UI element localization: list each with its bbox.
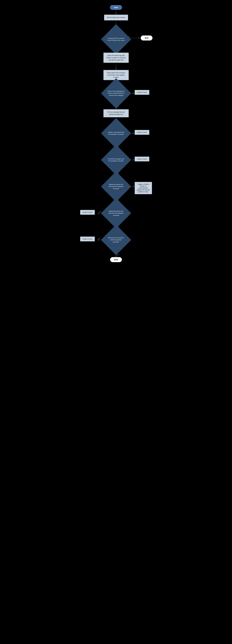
create-issue-4-label: create a issue	[82, 212, 92, 213]
svg-text:Yes: Yes	[117, 254, 119, 256]
flowchart: Yes No No Yes No Yes No Yes Yes No	[78, 3, 155, 642]
get-npm-node: Get the latest npm version	[104, 15, 128, 20]
create-issue-4: create a issue	[80, 210, 95, 215]
create-issue-1-label: create a issue	[137, 92, 147, 93]
select-tag-label: Select the latest tag with version numbe…	[106, 54, 126, 61]
remove-branch-diamond: Remove the new branch and the operation …	[106, 229, 127, 250]
parse-patch-label: Parse patch and compare tonconnect react…	[106, 72, 126, 78]
create-issue-3: create a issue	[135, 156, 149, 162]
commit-changes-diamond: Commit the changes and the operation suc…	[106, 149, 127, 170]
create-issue-5-label: create a issue	[82, 238, 92, 240]
create-issue-2: create a issue	[135, 130, 149, 135]
end-bottom-node: End	[108, 257, 124, 262]
end-top-node: End	[140, 35, 153, 41]
create-issue-2-label: create a issue	[137, 132, 147, 133]
merge-main1-diamond: Merge the branch into main and the opera…	[106, 176, 127, 197]
end-top-label: End	[141, 36, 152, 40]
trigger-github-label: Trigger a Github action to automatically…	[137, 184, 150, 193]
create-branch-diamond: Create a new branch and the operation su…	[106, 122, 127, 144]
create-issue-1: create a issue	[135, 90, 149, 95]
end-bottom-label: End	[110, 257, 122, 262]
select-tag-node: Select the latest tag with version numbe…	[104, 53, 129, 63]
create-issue-3-label: create a issue	[137, 158, 147, 160]
create-issue-5: create a issue	[80, 236, 95, 241]
start-node: Start	[108, 5, 124, 10]
svg-text:No: No	[98, 238, 100, 239]
pull-package-label: Pull our package file and update package…	[106, 111, 126, 116]
check-only-diamond: check if only package.json version and t…	[106, 83, 127, 104]
svg-text:No: No	[100, 211, 101, 212]
merge-main2-diamond: Merge the branch into main and the opera…	[106, 202, 127, 224]
pull-package-node: Pull our package file and update package…	[104, 109, 129, 117]
trigger-github-node: Trigger a Github action to automatically…	[135, 182, 152, 194]
get-npm-label: Get the latest npm version	[107, 16, 125, 19]
start-label: Start	[110, 5, 122, 10]
compare-diamond: Compare the two versions to see if they …	[106, 29, 127, 50]
